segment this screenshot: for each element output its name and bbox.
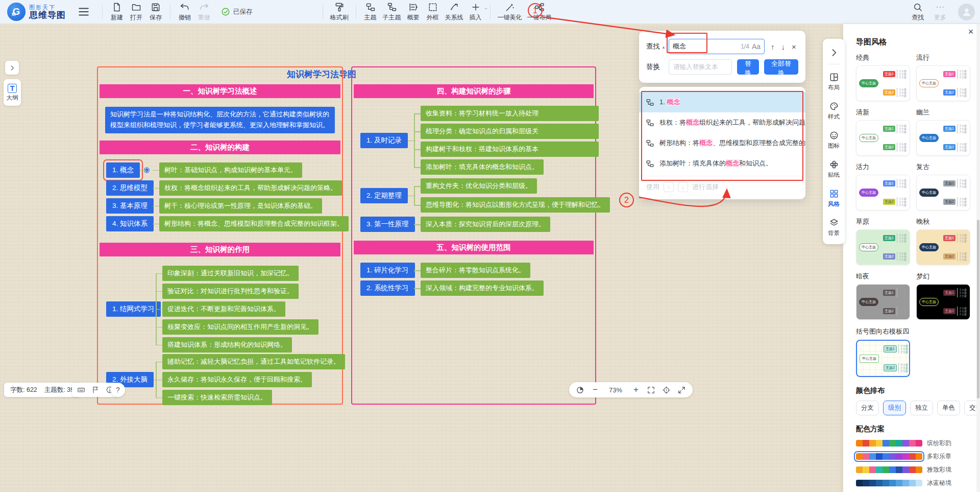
find-prev-button[interactable]: ↑ — [771, 42, 775, 51]
color-layout-chip-级别[interactable]: 级别 — [883, 401, 906, 415]
center-map-icon[interactable] — [662, 386, 671, 394]
toolbar-undo-button[interactable]: 撤销 — [175, 2, 194, 22]
style-thumbnail-流行[interactable]: 中心主题主题1子主题子主题子主题主题2子主题子主题子主题 — [916, 65, 970, 101]
toolbar-frame-button[interactable]: 外框 — [423, 2, 443, 22]
subtopic-node[interactable]: 促进迭代：不断更新和完善知识体系。 — [162, 301, 285, 317]
subtopic-node[interactable]: 枝杈：将概念组织起来的工具，帮助形成解决问题的策略。 — [159, 180, 342, 196]
toolbar-redo-button[interactable]: 重做 — [194, 2, 214, 22]
find-label[interactable]: 查找▲ — [646, 42, 669, 51]
outline-view-button[interactable]: T 大纲 — [4, 79, 21, 106]
topic-node-search-match[interactable]: 1. 概念 — [106, 162, 140, 178]
subtopic-node[interactable]: 印象深刻：通过关联新旧知识，加深记忆。 — [162, 266, 299, 281]
rail-collapse-button[interactable] — [823, 42, 845, 62]
search-result-row[interactable]: 树形结构：将概念、思维模型和原理整合成完整的… — [639, 133, 805, 153]
color-scheme-row[interactable]: 缤纷彩韵 — [856, 439, 971, 448]
expand-left-panel-button[interactable] — [5, 61, 19, 75]
subtopic-node[interactable]: 收集资料：将学习材料统一放入待处理 — [421, 106, 599, 121]
find-next-button[interactable]: ↓ — [781, 42, 786, 51]
color-scheme-row[interactable]: 冰蓝秘境 — [856, 479, 971, 487]
subtopic-node[interactable]: 验证对比：对知识进行批判性思考和验证。 — [162, 284, 299, 299]
color-layout-chip-独立[interactable]: 独立 — [910, 401, 933, 415]
toolbar-open-button[interactable]: 打开 — [127, 2, 146, 22]
topic-node[interactable]: 2. 思维模型 — [106, 180, 154, 196]
toolbar-save-button[interactable]: 保存 — [146, 2, 165, 22]
color-scheme-row[interactable]: 雅致彩境 — [856, 465, 971, 474]
toolbar-insert-button[interactable]: 插入 — [466, 2, 485, 22]
style-thumbnail-晚秋[interactable]: 中心主题主题1子主题子主题子主题主题2子主题子主题子主题 — [916, 229, 970, 265]
close-find-button[interactable]: × — [792, 42, 796, 51]
subtopic-node[interactable]: 构建树干和枝杈：搭建知识体系的基本 — [421, 142, 599, 157]
zoom-out-button[interactable]: − — [591, 385, 599, 395]
style-thumbnail-活力[interactable]: 中心主题主题1子主题子主题子主题主题2子主题子主题子主题 — [856, 175, 910, 210]
collapse-dot-icon[interactable] — [144, 168, 149, 172]
rail-icon-button[interactable]: 图标 — [823, 125, 845, 154]
shortcuts-keyboard-icon[interactable] — [77, 386, 85, 394]
subtopic-node[interactable]: 永久储存：将知识永久保存，便于回顾和搜索。 — [162, 372, 312, 387]
subtopic-node[interactable]: 核聚变效应：知识点间的相互作用产生新的洞见。 — [162, 319, 318, 335]
toolbar-format-painter-button[interactable]: 格式刷 — [328, 2, 351, 22]
fit-screen-icon[interactable] — [647, 386, 655, 394]
subtopic-node[interactable]: 树干：核心理论或第一性原理，是知识体系的基础。 — [159, 198, 322, 214]
subtopic-node[interactable]: 树叶：基础知识点，构成知识树的基本单元。 — [159, 162, 302, 178]
toolbar-relation-button[interactable]: 关系线 — [443, 2, 466, 22]
subtopic-node[interactable]: 一键搜索：快速检索所需知识点。 — [162, 390, 272, 405]
style-thumbnail-草原[interactable]: 中心主题主题1子主题子主题子主题主题2子主题子主题子主题 — [856, 229, 910, 265]
topic-node[interactable]: 3. 基本原理 — [106, 198, 154, 214]
subtopic-node[interactable]: 重构文件夹：优化知识分类和层级。 — [421, 178, 537, 194]
minimap-icon[interactable] — [576, 386, 584, 394]
color-layout-chip-分支[interactable]: 分支 — [856, 401, 879, 415]
menu-hamburger-icon[interactable] — [77, 5, 90, 18]
section-banner-topic[interactable]: 三、知识树的作用 — [100, 243, 340, 256]
find-input[interactable]: 概念 1/4 Aa — [669, 39, 765, 54]
avatar[interactable] — [958, 4, 975, 20]
color-layout-chip-单色[interactable]: 单色 — [937, 401, 960, 415]
zoom-level[interactable]: 73% — [606, 386, 625, 394]
color-scheme-row[interactable]: 多彩乐章 — [856, 452, 971, 461]
case-sensitive-toggle[interactable]: Aa — [752, 42, 761, 51]
close-panel-button[interactable]: × — [966, 27, 976, 37]
rail-layout-button[interactable]: 布局 — [823, 66, 845, 96]
panel-scrollbar[interactable] — [976, 24, 980, 492]
subtopic-node[interactable]: 整合碎片：将零散知识点系统化。 — [421, 263, 530, 278]
toolbar-summary-button[interactable]: 概要 — [404, 2, 423, 22]
overview-topic-node[interactable]: 知识树学习法是一种将知识结构化、层次化的方法，它通过构建类似树状的模型来组织和梳… — [105, 107, 335, 133]
rail-theme-button[interactable]: 风格 — [823, 183, 845, 212]
subtopic-node[interactable]: 搭建知识体系：形成结构化的知识网络。 — [162, 337, 292, 353]
topic-node[interactable]: 3. 第一性原理 — [360, 217, 415, 232]
style-thumbnail-经典[interactable]: 中心主题主题1子主题子主题子主题主题2子主题子主题子主题 — [856, 65, 910, 101]
fullscreen-icon[interactable] — [677, 386, 686, 394]
section-banner-topic[interactable]: 一、知识树学习法概述 — [100, 84, 340, 98]
section-banner-topic[interactable]: 五、知识树的使用范围 — [354, 241, 594, 254]
search-result-row[interactable]: 添加树叶：填充具体的概念和知识点。 — [639, 153, 805, 174]
toolbar-more-button[interactable]: 更多 — [930, 2, 950, 22]
replace-button[interactable]: 替换 — [737, 59, 759, 75]
zoom-in-button[interactable]: + — [632, 385, 640, 395]
rail-style-button[interactable]: 样式 — [823, 96, 845, 125]
topic-node[interactable]: 2. 定期整理 — [360, 188, 408, 203]
subtopic-node[interactable]: 辅助记忆：减轻大脑记忆负担，通过工具如笔记软件记录。 — [162, 354, 345, 369]
style-thumbnail-清新[interactable]: 中心主题主题1子主题子主题子主题主题2子主题子主题子主题 — [856, 120, 910, 156]
style-thumbnail-梦幻[interactable]: 中心主题主题1子主题子主题子主题主题2子主题子主题子主题 — [916, 284, 970, 320]
topic-node[interactable]: 4. 知识体系 — [106, 216, 154, 231]
toolbar-topic-button[interactable]: 主题 — [361, 2, 380, 22]
flag-icon[interactable] — [91, 386, 100, 394]
toolbar-find-button[interactable]: 查找 — [908, 2, 927, 22]
topic-node[interactable]: 1. 及时记录 — [360, 133, 408, 148]
subtopic-node[interactable]: 添加树叶：填充具体的概念和知识点。 — [421, 159, 544, 175]
template-thumbnail-selected[interactable]: 中心主题主题1子主题子主题子主题主题2子主题子主题子主题 — [856, 340, 910, 377]
topic-node[interactable]: 2. 系统性学习 — [360, 280, 415, 296]
subtopic-node[interactable]: 树形结构：将概念、思维模型和原理整合成完整的知识框架。 — [159, 216, 349, 231]
rail-background-button[interactable]: 背景 — [823, 212, 845, 241]
toolbar-subtopic-button[interactable]: 子主题 — [380, 2, 404, 22]
toolbar-beautify-button[interactable]: 一键美化 — [495, 2, 525, 22]
search-result-row[interactable]: 1. 概念 — [639, 92, 805, 112]
section-banner-topic[interactable]: 二、知识树的构建 — [100, 140, 340, 154]
style-thumbnail-幽兰[interactable]: 中心主题主题1子主题子主题子主题主题2子主题子主题子主题 — [916, 120, 970, 156]
subtopic-node[interactable]: 深入领域：构建完整的专业知识体系。 — [421, 280, 544, 296]
subtopic-node[interactable]: 深入本质：探究知识背后的深层次原理。 — [421, 217, 550, 232]
replace-all-button[interactable]: 全部替换 — [764, 59, 798, 75]
help-button[interactable]: ? — [111, 383, 125, 397]
style-thumbnail-暗夜[interactable]: 中心主题主题1子主题子主题子主题主题2子主题子主题子主题 — [856, 284, 910, 320]
toolbar-new-button[interactable]: 新建 — [107, 2, 127, 22]
replace-input[interactable] — [669, 59, 732, 75]
